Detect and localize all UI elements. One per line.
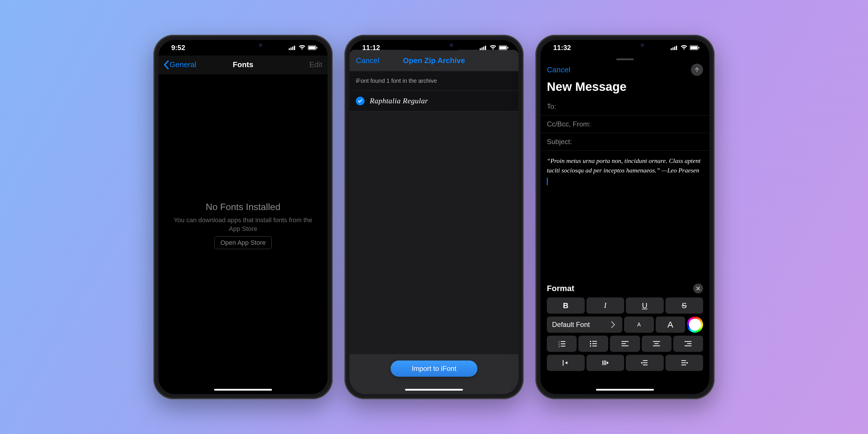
svg-rect-2 [292,46,293,50]
align-left-icon [621,340,629,348]
home-indicator[interactable] [405,389,463,391]
indent-icon [601,359,609,367]
svg-rect-38 [653,345,660,346]
wifi-icon [490,44,496,52]
open-app-store-button[interactable]: Open App Store [214,237,272,249]
text-cursor [547,178,548,185]
close-format-button[interactable] [693,283,703,293]
svg-rect-12 [499,46,506,49]
svg-text:3: 3 [558,345,560,348]
archive-info: iFont found 1 font in the archive [349,71,519,91]
svg-rect-32 [592,346,597,347]
svg-rect-48 [643,365,648,365]
format-title: Format [547,284,574,293]
home-indicator[interactable] [596,389,654,391]
send-button[interactable] [691,64,703,76]
svg-rect-35 [621,345,628,346]
chevron-right-icon [609,320,617,329]
phone-mail-compose: 11:32 Cancel New Message To: Cc/Bcc, Fro… [535,35,715,399]
svg-rect-33 [621,341,628,342]
svg-rect-41 [685,345,691,346]
increase-quote-icon [680,359,688,367]
outdent-button[interactable] [547,355,585,371]
svg-rect-1 [290,48,292,50]
status-time: 11:32 [553,44,571,52]
underline-button[interactable]: U [626,298,664,314]
svg-rect-8 [482,48,483,50]
message-body[interactable]: “Proin metus urna porta non, tincidunt o… [540,151,709,190]
font-list-item[interactable]: Raphtalia Regular [349,91,519,112]
italic-button[interactable]: I [587,298,624,314]
text-color-button[interactable] [687,316,703,333]
strikethrough-button[interactable]: S [665,298,703,314]
page-title: Fonts [233,60,253,69]
sheet-title: Open Zip Archive [403,56,465,65]
to-field[interactable]: To: [540,98,709,116]
notch [405,40,463,50]
decrease-text-size-button[interactable]: A [624,316,654,333]
import-button[interactable]: Import to iFont [391,361,477,377]
svg-rect-3 [294,46,295,50]
checkmark-icon[interactable] [356,97,365,105]
svg-rect-51 [681,365,686,365]
status-time: 11:12 [362,44,380,52]
align-left-button[interactable] [610,336,640,352]
svg-rect-7 [480,48,481,50]
subject-field[interactable]: Subject: [540,133,709,151]
empty-subtitle: You can download apps that install fonts… [170,216,316,233]
svg-point-31 [590,345,591,347]
svg-rect-44 [604,361,605,365]
svg-rect-24 [561,343,565,344]
svg-rect-37 [654,343,658,344]
svg-rect-36 [653,341,660,342]
phone-settings-fonts: 9:52 General Fonts Edit No Fonts Install… [153,35,333,399]
sheet-grabber[interactable] [616,58,633,60]
svg-rect-14 [671,48,672,50]
body-text: “Proin metus urna porta non, tincidunt o… [547,157,701,174]
svg-rect-43 [602,361,603,365]
open-zip-sheet: Cancel Open Zip Archive iFont found 1 fo… [349,50,519,394]
bullet-list-button[interactable] [578,336,608,352]
increase-quote-button[interactable] [665,355,703,371]
svg-rect-26 [561,346,565,347]
svg-rect-39 [685,341,691,342]
svg-rect-46 [643,360,648,361]
svg-rect-16 [674,46,675,50]
svg-rect-28 [592,341,597,342]
svg-rect-30 [592,343,597,344]
svg-rect-42 [563,360,564,366]
wifi-icon [299,44,306,52]
close-icon [696,286,701,291]
svg-rect-15 [673,48,674,50]
battery-icon [308,44,318,52]
wifi-icon [681,44,687,52]
signal-icon [671,44,678,52]
notch [596,40,654,50]
increase-text-size-button[interactable]: A [656,316,685,333]
align-right-button[interactable] [673,336,703,352]
indent-button[interactable] [587,355,624,371]
cc-bcc-from-field[interactable]: Cc/Bcc, From: [540,116,709,133]
cancel-button[interactable]: Cancel [356,56,379,65]
svg-rect-13 [507,47,508,49]
svg-rect-50 [681,363,686,363]
compose-title: New Message [540,77,709,98]
svg-rect-10 [485,46,486,50]
decrease-quote-button[interactable] [626,355,664,371]
align-center-button[interactable] [642,336,672,352]
font-picker-label: Default Font [552,320,590,329]
home-indicator[interactable] [214,389,272,391]
notch [214,40,272,50]
svg-rect-0 [289,48,290,50]
empty-state: No Fonts Installed You can download apps… [159,57,328,394]
format-panel: Format B I U S Default Font A A [540,280,709,394]
svg-rect-34 [621,343,626,344]
svg-rect-6 [316,47,317,49]
font-picker-button[interactable]: Default Font [547,316,622,333]
bold-button[interactable]: B [547,298,585,314]
status-time: 9:52 [171,44,185,52]
svg-rect-22 [561,341,565,342]
cancel-button[interactable]: Cancel [547,65,570,74]
empty-title: No Fonts Installed [206,202,280,212]
numbered-list-button[interactable]: 123 [547,336,577,352]
